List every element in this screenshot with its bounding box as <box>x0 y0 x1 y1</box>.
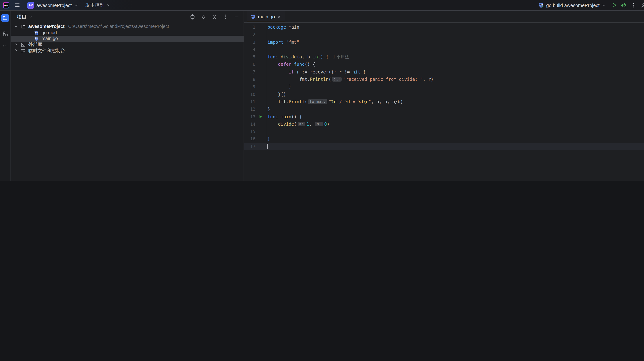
more-actions-button[interactable] <box>630 2 637 8</box>
tree-item-awesomeProject[interactable]: awesomeProjectC:\Users\meowr\GolandProje… <box>11 24 244 30</box>
main-menu-button[interactable] <box>12 1 22 9</box>
code-token: ( <box>328 77 331 82</box>
tree-item-label: awesomeProject <box>28 24 64 29</box>
code-token: { <box>360 70 366 74</box>
debug-button[interactable] <box>620 2 627 8</box>
run-icon <box>611 2 617 8</box>
code-token: , <box>309 122 314 127</box>
chevron-right-icon[interactable] <box>14 49 20 53</box>
editor-tab-main-go[interactable]: main.go <box>247 11 285 22</box>
code-line-1[interactable]: 1package main <box>244 24 644 31</box>
tree-item-label: main.go <box>42 36 58 41</box>
code-line-2[interactable]: 2 <box>244 31 644 38</box>
close-tab-icon[interactable] <box>277 14 282 19</box>
code-line-9[interactable]: 9 } <box>244 83 644 91</box>
code-line-5[interactable]: 5func divide(a, b int) {1 个用法 <box>244 53 644 61</box>
code-line-13[interactable]: 13func main() { <box>244 113 644 120</box>
chevron-down-icon[interactable] <box>29 15 33 19</box>
code-token: " <box>368 99 371 104</box>
code-line-14[interactable]: 14 divide(a:1, b:0) <box>244 120 644 128</box>
run-line-icon[interactable] <box>255 115 266 119</box>
code-token: ( <box>294 122 297 127</box>
code-line-16[interactable]: 16} <box>244 136 644 143</box>
debug-icon <box>621 2 627 8</box>
code-text: package main <box>266 24 299 31</box>
tree-item-label: go.mod <box>42 30 57 35</box>
code-line-3[interactable]: 3import "fmt" <box>244 38 644 46</box>
expand-all-icon <box>200 14 206 20</box>
locate-file-button[interactable] <box>189 14 196 20</box>
vcs-menu[interactable]: 版本控制 <box>84 1 113 10</box>
chevron-down-icon <box>602 3 606 7</box>
chevron-right-icon[interactable] <box>14 42 20 47</box>
collapse-all-button[interactable] <box>211 14 218 20</box>
sidebar-item-structure[interactable] <box>0 30 10 38</box>
sidebar-item-more[interactable] <box>0 42 10 50</box>
project-panel-title: 项目 <box>17 14 26 20</box>
parameter-inlay-hint[interactable]: a…: <box>332 77 342 82</box>
project-selector[interactable]: AP awesomeProject <box>25 0 80 10</box>
code-text: fmt.Printf(format:"%d / %d = %d\n", a, b… <box>266 98 403 106</box>
project-tool-window: 项目 awesomeProjectC:\Users\meowr\GolandPr… <box>11 11 244 180</box>
code-token: ) <box>327 122 329 127</box>
profile-icon[interactable] <box>641 2 644 8</box>
editor-area: main.go 1package main23import "fmt"45fun… <box>244 11 644 180</box>
code-token: if <box>289 70 294 74</box>
editor-gutter: 14 <box>244 120 266 128</box>
code-lines: 1package main23import "fmt"45func divide… <box>244 23 644 180</box>
tree-item-外部库[interactable]: 外部库 <box>11 42 244 48</box>
parameter-inlay-hint[interactable]: b: <box>315 122 323 126</box>
tree-item-main.go[interactable]: main.go <box>11 36 244 42</box>
editor-gutter: 12 <box>244 106 266 113</box>
code-token: package <box>268 24 289 30</box>
more-vertical-icon <box>223 14 228 20</box>
code-line-12[interactable]: 12} <box>244 106 644 113</box>
code-text <box>266 46 268 54</box>
expand-all-button[interactable] <box>200 14 207 20</box>
code-token <box>268 122 278 127</box>
line-number: 10 <box>244 90 255 98</box>
tree-item-临时文件和控制台[interactable]: 临时文件和控制台 <box>11 48 244 54</box>
code-line-17[interactable]: 17 <box>244 143 644 150</box>
code-line-15[interactable]: 15 <box>244 128 644 136</box>
chevron-down-icon[interactable] <box>14 24 20 29</box>
run-configuration-selector[interactable]: go build awesomeProject <box>536 1 608 9</box>
code-token: Printf <box>289 99 305 104</box>
code-line-4[interactable]: 4 <box>244 46 644 54</box>
tree-item-go.mod[interactable]: go.mod <box>11 30 244 36</box>
editor-gutter: 16 <box>244 136 266 143</box>
parameter-inlay-hint[interactable]: a: <box>298 122 305 126</box>
code-token: func <box>268 114 281 119</box>
tool-window-stripe <box>0 11 11 180</box>
line-number: 4 <box>244 46 255 54</box>
code-token: import <box>268 40 286 45</box>
run-button[interactable] <box>611 2 618 8</box>
parameter-inlay-hint[interactable]: format: <box>308 99 327 104</box>
code-line-11[interactable]: 11 fmt.Printf(format:"%d / %d = %d\n", a… <box>244 98 644 106</box>
panel-options-button[interactable] <box>222 14 229 20</box>
code-text: func main() { <box>266 113 302 120</box>
title-bar-right: go build awesomeProject <box>536 1 641 9</box>
code-token: fmt. <box>268 99 289 104</box>
code-line-8[interactable]: 8 fmt.Println(a…:"received panic from di… <box>244 76 644 83</box>
sidebar-item-project[interactable] <box>0 14 10 22</box>
code-token: main <box>289 24 300 30</box>
line-number: 8 <box>244 76 255 83</box>
code-editor[interactable]: 1package main23import "fmt"45func divide… <box>244 23 644 180</box>
code-text: fmt.Println(a…:"received panic from divi… <box>266 76 434 83</box>
code-token: (a, b <box>297 54 313 60</box>
code-text <box>266 143 268 150</box>
line-number: 5 <box>244 53 255 61</box>
usages-inlay-hint[interactable]: 1 个用法 <box>333 55 349 59</box>
hamburger-icon <box>14 2 20 8</box>
code-line-7[interactable]: 7 if r := recover(); r != nil { <box>244 68 644 76</box>
hide-panel-button[interactable] <box>233 14 240 20</box>
code-token: r := recover(); r != <box>294 70 352 74</box>
code-line-10[interactable]: 10 }() <box>244 90 644 98</box>
chevron-down-icon <box>74 3 78 7</box>
code-token: ( <box>304 99 307 104</box>
code-token: divide <box>281 54 297 60</box>
code-line-6[interactable]: 6 defer func() { <box>244 61 644 68</box>
editor-gutter: 2 <box>244 31 266 38</box>
code-text: } <box>266 106 270 113</box>
